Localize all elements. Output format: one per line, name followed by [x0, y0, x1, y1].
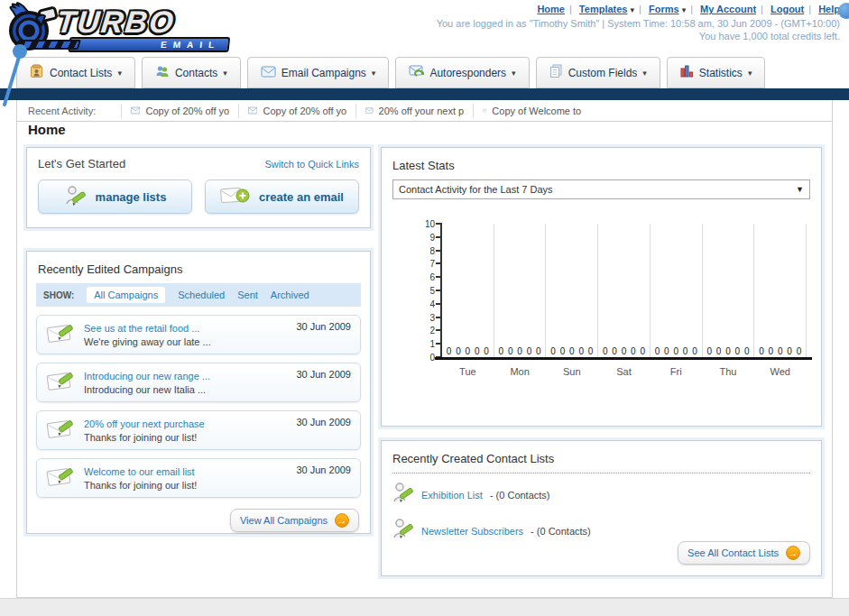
view-all-campaigns-button[interactable]: View All Campaigns →: [230, 509, 359, 532]
campaign-title-link[interactable]: Introducing our new range ...: [84, 370, 289, 382]
data-value-label: 0: [517, 346, 522, 356]
campaign-row[interactable]: See us at the retail food ... We're givi…: [36, 315, 361, 354]
data-value-label: 0: [527, 346, 532, 356]
link-home[interactable]: Home: [537, 4, 565, 14]
get-started-panel: Let's Get Started Switch to Quick Links …: [26, 147, 371, 228]
tab-label: Contact Lists: [50, 67, 112, 79]
tab-contacts[interactable]: Contacts ▾: [142, 57, 241, 88]
see-all-contact-lists-button[interactable]: See All Contact Lists →: [678, 541, 810, 565]
campaign-row[interactable]: Welcome to our email list Thanks for joi…: [36, 458, 361, 498]
data-value-label: 0: [640, 346, 645, 356]
campaign-row[interactable]: Introducing our new range ... Introducin…: [36, 363, 361, 402]
campaign-date: 30 Jun 2009: [296, 369, 351, 380]
y-axis-tick-mark: [436, 356, 442, 358]
campaign-subtitle: Introducing our new Italia ...: [84, 384, 206, 395]
person-pencil-icon: [392, 481, 414, 510]
contacts-icon: [155, 64, 170, 81]
campaign-title-link[interactable]: 20% off your next purchase: [84, 418, 289, 430]
data-value-label: 0: [447, 346, 452, 356]
filter-archived[interactable]: Archived: [271, 290, 309, 300]
link-templates[interactable]: Templates: [579, 4, 628, 14]
dotted-divider: [392, 473, 810, 473]
recent-activity-item[interactable]: 20% off your next p: [355, 104, 473, 118]
chevron-down-icon: ▼: [796, 185, 804, 194]
x-axis-day-label: Fri: [651, 366, 702, 377]
campaign-subtitle: Thanks for joining our list!: [84, 480, 197, 491]
envelope-plus-icon: [220, 186, 251, 208]
y-axis-tick-mark: [436, 250, 442, 252]
contact-list-link[interactable]: Exhibition List: [421, 490, 483, 501]
main-nav: Contact Lists ▾ Contacts ▾ Email Campaig…: [16, 57, 765, 88]
chart-day-group: 00000Mon: [494, 224, 547, 357]
data-value-label: 0: [769, 346, 774, 356]
recent-activity-item[interactable]: Copy of 20% off yo: [121, 104, 238, 118]
tab-statistics[interactable]: Statistics ▾: [667, 57, 766, 88]
data-value-label: 0: [536, 346, 541, 356]
turbo-email-dashboard: TURBO EMAIL Home| Templates ▾| Forms ▾| …: [0, 0, 849, 616]
campaign-date: 30 Jun 2009: [296, 464, 351, 475]
filter-scheduled[interactable]: Scheduled: [178, 290, 225, 300]
link-my-account[interactable]: My Account: [700, 4, 756, 14]
chart-day-group: 00000Sun: [546, 224, 598, 357]
contact-list-row[interactable]: Exhibition List - (0 Contacts): [392, 481, 810, 510]
y-axis-tick-label: 10: [413, 219, 435, 229]
filter-all-campaigns[interactable]: All Campaigns: [87, 287, 165, 303]
create-email-button[interactable]: create an email: [205, 179, 359, 214]
link-forms[interactable]: Forms: [649, 4, 679, 14]
tab-label: Autoresponders: [429, 67, 506, 79]
campaign-row[interactable]: 20% off your next purchase Thanks for jo…: [36, 410, 361, 450]
autoresponders-icon: [409, 65, 424, 81]
stats-period-dropdown[interactable]: Contact Activity for the Last 7 Days ▼: [392, 179, 810, 199]
x-axis-day-label: Sun: [546, 366, 597, 377]
link-logout[interactable]: Logout: [771, 4, 804, 14]
campaign-date: 30 Jun 2009: [296, 321, 351, 332]
contact-lists-panel: Recently Created Contact Lists Exhibitio…: [381, 440, 822, 576]
envelope-icon: [365, 106, 373, 115]
chevron-down-icon: ▾: [631, 5, 635, 14]
show-label: SHOW:: [43, 290, 74, 300]
y-axis-tick-mark: [436, 317, 442, 318]
recent-activity-item[interactable]: Copy of 20% off yo: [238, 104, 355, 118]
turbo-email-logo[interactable]: TURBO EMAIL: [5, 2, 231, 58]
envelope-pencil-icon: [46, 416, 77, 445]
contact-lists-title: Recently Created Contact Lists: [382, 441, 821, 473]
tab-email-campaigns[interactable]: Email Campaigns ▾: [247, 57, 390, 88]
person-pencil-icon: [392, 517, 414, 546]
data-value-label: 0: [622, 346, 627, 356]
contact-list-count: - (0 Contacts): [490, 490, 550, 501]
y-axis-tick-mark: [436, 223, 442, 225]
contact-list-link[interactable]: Newsletter Subscribers: [421, 526, 523, 537]
y-axis-tick-label: 4: [413, 299, 435, 309]
envelope-pencil-icon: [46, 464, 77, 492]
logo-email-bar: EMAIL: [68, 37, 230, 52]
y-axis-tick-label: 1: [413, 339, 435, 349]
filter-sent[interactable]: Sent: [237, 290, 258, 300]
top-links: Home| Templates ▾| Forms ▾| My Account| …: [437, 4, 840, 14]
tab-custom-fields[interactable]: Custom Fields ▾: [536, 57, 660, 88]
switch-quick-links[interactable]: Switch to Quick Links: [264, 159, 359, 170]
data-value-label: 0: [692, 346, 697, 356]
x-axis-day-label: Sat: [598, 366, 650, 377]
campaign-title-link[interactable]: See us at the retail food ...: [84, 322, 289, 335]
content-frame: Recent Activity: Copy of 20% off yo Copy…: [16, 100, 833, 598]
chevron-down-icon: ▾: [223, 69, 227, 78]
annotation-pin-left: [0, 36, 36, 110]
data-value-label: 0: [735, 346, 741, 356]
data-value-label: 0: [466, 346, 471, 356]
data-value-label: 0: [612, 346, 617, 356]
manage-lists-button[interactable]: manage lists: [38, 179, 192, 214]
plot-columns: 00000Tue00000Mon00000Sun00000Sat00000Fri…: [442, 224, 807, 357]
link-help[interactable]: Help: [818, 4, 840, 14]
data-value-label: 0: [725, 346, 731, 356]
data-value-label: 0: [484, 346, 489, 356]
recent-activity-item[interactable]: Copy of Welcome to: [473, 104, 590, 118]
tab-autoresponders[interactable]: Autoresponders ▾: [395, 57, 529, 88]
recent-activity-bar: Recent Activity: Copy of 20% off yo Copy…: [17, 100, 832, 122]
campaign-title-link[interactable]: Welcome to our email list: [84, 465, 289, 478]
envelope-pencil-icon: [46, 320, 77, 349]
y-axis-tick-mark: [436, 343, 442, 345]
annotation-pin-right: [838, 3, 849, 19]
data-value-label: 0: [550, 346, 556, 356]
custom-fields-icon: [549, 64, 563, 81]
logo-word-turbo: TURBO: [55, 8, 233, 35]
